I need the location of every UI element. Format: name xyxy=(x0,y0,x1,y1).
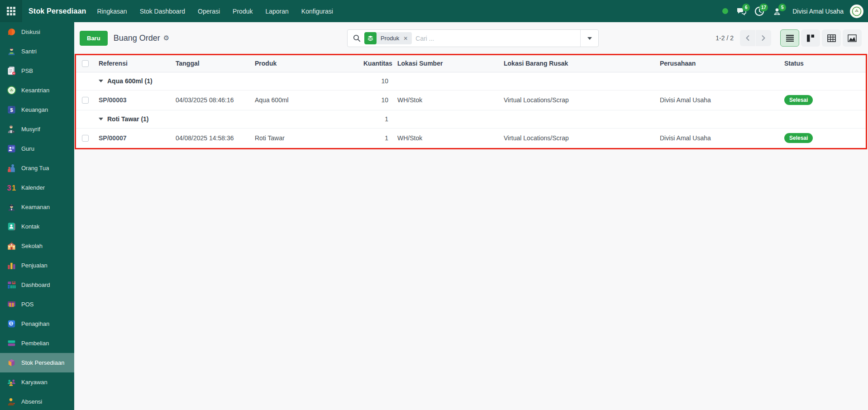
sidebar-item-absensi[interactable]: Absensi xyxy=(0,392,74,410)
sidebar-item-keuangan[interactable]: $ Keuangan xyxy=(0,100,74,119)
requests-button[interactable]: 5 xyxy=(770,4,785,19)
pos-awning-icon xyxy=(6,299,17,310)
cell-perusahaan: Divisi Amal Usaha xyxy=(655,90,780,110)
new-button[interactable]: Baru xyxy=(80,31,108,46)
sidebar-item-orang-tua[interactable]: Orang Tua xyxy=(0,158,74,178)
svg-text:1: 1 xyxy=(11,184,15,192)
select-all-checkbox[interactable] xyxy=(82,60,89,67)
search-bar: Produk ✕ xyxy=(347,29,599,47)
search-input[interactable] xyxy=(415,35,580,42)
school-building-icon xyxy=(6,241,17,252)
user-menu[interactable]: Divisi Amal Usaha xyxy=(792,8,844,15)
sidebar-item-psb[interactable]: PSB xyxy=(0,61,74,81)
svg-text:3: 3 xyxy=(7,184,11,192)
chevron-right-icon xyxy=(761,35,766,41)
sidebar-item-dashboard[interactable]: Dashboard xyxy=(0,275,74,295)
main-menu: Ringkasan Stok Dashboard Operasi Produk … xyxy=(91,0,339,22)
menu-produk[interactable]: Produk xyxy=(226,0,259,22)
menu-stok-dashboard[interactable]: Stok Dashboard xyxy=(134,0,191,22)
header-select-all[interactable] xyxy=(76,55,94,72)
messages-badge: 6 xyxy=(742,4,750,11)
apps-menu-button[interactable] xyxy=(0,0,22,22)
sidebar-item-penagihan[interactable]: $ Penagihan xyxy=(0,314,74,334)
cell-tanggal: 04/08/2025 14:58:36 xyxy=(171,128,250,148)
sidebar-item-label: Orang Tua xyxy=(21,165,49,172)
row-checkbox[interactable] xyxy=(82,97,89,104)
sidebar-item-stok-persediaan[interactable]: Stok Persediaan xyxy=(0,353,74,372)
column-perusahaan[interactable]: Perusahaan xyxy=(655,55,780,72)
sales-chart-icon xyxy=(6,260,17,271)
table-row-sp00007[interactable]: SP/00007 04/08/2025 14:58:36 Roti Tawar … xyxy=(76,128,866,148)
page-title: Buang Order xyxy=(114,33,160,43)
sidebar-item-diskusi[interactable]: Diskusi xyxy=(0,22,74,42)
sidebar-item-label: Kalender xyxy=(21,184,45,191)
facet-remove-icon[interactable]: ✕ xyxy=(402,35,412,42)
column-referensi[interactable]: Referensi xyxy=(94,55,171,72)
menu-laporan[interactable]: Laporan xyxy=(259,0,295,22)
search-facet-produk[interactable]: Produk ✕ xyxy=(364,32,412,44)
group-label: Aqua 600ml (1) xyxy=(107,77,153,85)
cell-lokasi-sumber: WH/Stok xyxy=(393,90,499,110)
view-list-button[interactable] xyxy=(780,29,799,47)
cell-lokasi-barang-rusak: Virtual Locations/Scrap xyxy=(499,128,655,148)
sidebar-item-label: Penjualan xyxy=(21,262,48,269)
sidebar-item-kalender[interactable]: 31 Kalender xyxy=(0,178,74,197)
group-row-roti-tawar[interactable]: Roti Tawar (1) 1 xyxy=(76,110,866,128)
view-kanban-button[interactable] xyxy=(801,29,820,47)
column-kuantitas[interactable]: Kuantitas xyxy=(359,55,393,72)
sidebar-item-pos[interactable]: POS xyxy=(0,295,74,314)
sidebar-item-musyrif[interactable]: Musyrif xyxy=(0,119,74,139)
user-avatar[interactable] xyxy=(850,5,863,18)
sidebar-item-keamanan[interactable]: Keamanan xyxy=(0,197,74,217)
student-icon xyxy=(6,46,17,57)
cell-tanggal: 04/03/2025 08:46:16 xyxy=(171,90,250,110)
view-graph-button[interactable] xyxy=(843,29,862,47)
control-panel-right: 1-2 / 2 xyxy=(715,29,862,47)
chevron-left-icon xyxy=(745,35,750,41)
apps-grid-icon xyxy=(7,7,15,15)
sidebar-item-kesantrian[interactable]: Kesantrian xyxy=(0,81,74,100)
sidebar-item-guru[interactable]: Guru xyxy=(0,139,74,158)
activities-button[interactable]: 17 xyxy=(752,4,767,19)
table-row-sp00003[interactable]: SP/00003 04/03/2025 08:46:16 Aqua 600ml … xyxy=(76,90,866,110)
content-area: Baru Buang Order ⚙ Produk ✕ xyxy=(74,22,868,410)
activities-badge: 17 xyxy=(759,4,768,11)
column-produk[interactable]: Produk xyxy=(250,55,359,72)
pager-previous-button[interactable] xyxy=(740,30,755,46)
chevron-down-icon xyxy=(587,37,592,40)
column-lokasi-barang-rusak[interactable]: Lokasi Barang Rusak xyxy=(499,55,655,72)
sidebar-item-penjualan[interactable]: Penjualan xyxy=(0,256,74,275)
presence-dot-icon xyxy=(722,8,728,14)
app-name[interactable]: Stok Persediaan xyxy=(29,7,86,15)
sidebar-item-santri[interactable]: Santri xyxy=(0,42,74,61)
search-dropdown-toggle[interactable] xyxy=(580,30,598,47)
status-badge: Selesai xyxy=(784,133,813,143)
sidebar-item-karyawan[interactable]: Karyawan xyxy=(0,372,74,392)
cell-kuantitas: 1 xyxy=(359,128,393,148)
sidebar-item-label: Dashboard xyxy=(21,281,50,288)
column-tanggal[interactable]: Tanggal xyxy=(171,55,250,72)
sidebar-item-kontak[interactable]: Kontak xyxy=(0,217,74,236)
view-pivot-button[interactable] xyxy=(822,29,841,47)
scrap-orders-table: Referensi Tanggal Produk Kuantitas Lokas… xyxy=(76,55,866,148)
cell-lokasi-sumber: WH/Stok xyxy=(393,128,499,148)
group-expand-icon[interactable] xyxy=(99,118,103,120)
table-header-row: Referensi Tanggal Produk Kuantitas Lokas… xyxy=(76,55,866,72)
menu-operasi[interactable]: Operasi xyxy=(191,0,226,22)
messages-button[interactable]: 6 xyxy=(734,4,749,19)
menu-ringkasan[interactable]: Ringkasan xyxy=(91,0,134,22)
sidebar-item-label: PSB xyxy=(21,67,33,74)
menu-konfigurasi[interactable]: Konfigurasi xyxy=(295,0,339,22)
column-lokasi-sumber[interactable]: Lokasi Sumber xyxy=(393,55,499,72)
group-expand-icon[interactable] xyxy=(99,80,103,82)
settings-gear-icon[interactable]: ⚙ xyxy=(163,34,169,42)
group-row-aqua-600ml[interactable]: Aqua 600ml (1) 10 xyxy=(76,72,866,90)
column-status[interactable]: Status xyxy=(780,55,866,72)
row-checkbox[interactable] xyxy=(82,135,89,142)
sidebar-item-sekolah[interactable]: Sekolah xyxy=(0,236,74,256)
cell-produk: Aqua 600ml xyxy=(250,90,359,110)
search-icon xyxy=(353,34,361,42)
sidebar-item-pembelian[interactable]: Pembelian xyxy=(0,334,74,353)
pager-next-button[interactable] xyxy=(756,30,771,46)
sidebar-item-label: Diskusi xyxy=(21,29,40,35)
